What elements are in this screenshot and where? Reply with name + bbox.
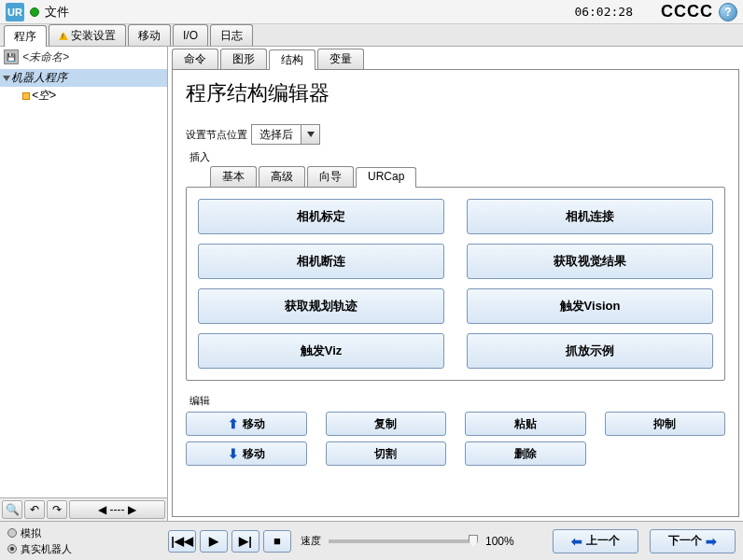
btn-camera-disconnect[interactable]: 相机断连 (198, 244, 444, 279)
radio-real-label: 真实机器人 (21, 542, 72, 556)
arrow-right-icon: ➡ (706, 534, 717, 549)
btn-play[interactable]: ▶ (200, 530, 228, 553)
chevron-down-icon (307, 132, 315, 137)
btn-suppress[interactable]: 抑制 (605, 412, 726, 436)
edit-button-panel: ⬆移动 复制 粘贴 抑制 ⬇移动 切割 删除 (186, 412, 725, 466)
editor-tab-bar: 命令 图形 结构 变量 (172, 49, 739, 69)
redo-button[interactable]: ↷ (47, 500, 67, 519)
btn-move-down[interactable]: ⬇移动 (186, 441, 307, 466)
status-text: CCCC (661, 2, 713, 21)
slider-right-icon: ▶ (128, 503, 136, 516)
insert-tab-urcap[interactable]: URCap (356, 167, 416, 188)
btn-step[interactable]: ▶| (231, 530, 259, 553)
btn-stop[interactable]: ■ (263, 530, 291, 553)
arrow-up-icon: ⬆ (228, 416, 239, 431)
program-tree[interactable]: 机器人程序 <空> (0, 67, 167, 497)
btn-move-down-label: 移动 (243, 446, 265, 462)
editor-body: 程序结构编辑器 设置节点位置 选择后 插入 基本 高级 向导 URCap 相机标… (172, 69, 739, 517)
work-area: 💾 <未命名> 机器人程序 <空> 🔍 ↶ ↷ ◀ ---- ▶ (0, 47, 743, 521)
btn-paste[interactable]: 粘贴 (465, 412, 586, 436)
playback-controls: |◀◀ ▶ ▶| ■ 速度 100% (168, 530, 553, 553)
btn-trigger-viz[interactable]: 触发Viz (198, 333, 444, 369)
status-dot-icon (30, 7, 39, 17)
speed-slider[interactable] (329, 539, 478, 543)
undo-button[interactable]: ↶ (24, 500, 45, 519)
radio-sim[interactable]: 模拟 (7, 526, 168, 540)
tree-empty-node[interactable]: <空> (0, 87, 167, 105)
btn-cut[interactable]: 切割 (326, 441, 447, 466)
warning-icon (59, 32, 68, 40)
tab-variable[interactable]: 变量 (317, 49, 364, 69)
node-position-row: 设置节点位置 选择后 (186, 124, 725, 145)
arrow-left-icon: ⬅ (571, 534, 582, 549)
tab-program[interactable]: 程序 (4, 25, 47, 47)
btn-camera-calibrate[interactable]: 相机标定 (198, 199, 444, 234)
btn-pick-place-example[interactable]: 抓放示例 (467, 333, 713, 369)
insert-tab-advanced[interactable]: 高级 (259, 166, 305, 187)
bottom-bar: 模拟 真实机器人 |◀◀ ▶ ▶| ■ 速度 100% ⬅上一个 下一个➡ (0, 521, 743, 560)
slider-left-icon: ◀ (98, 503, 106, 516)
slider-thumb-icon[interactable] (469, 535, 478, 548)
node-position-label: 设置节点位置 (186, 128, 247, 142)
expand-icon[interactable] (3, 76, 10, 81)
insert-label: 插入 (189, 150, 725, 164)
btn-move-up-label: 移动 (243, 416, 265, 432)
node-position-value: 选择后 (252, 125, 301, 144)
insert-tab-basic[interactable]: 基本 (210, 166, 257, 187)
document-title: <未命名> (22, 49, 69, 65)
insert-tab-wizard[interactable]: 向导 (307, 166, 354, 187)
tree-empty-label: <空> (32, 88, 56, 104)
tree-root-label: 机器人程序 (11, 70, 67, 86)
btn-next[interactable]: 下一个➡ (650, 529, 736, 553)
radio-icon (7, 528, 17, 538)
ur-logo: UR (6, 3, 24, 21)
tree-toolbar: 🔍 ↶ ↷ ◀ ---- ▶ (0, 497, 167, 521)
tab-log[interactable]: 日志 (210, 24, 253, 46)
title-bar: UR 文件 06:02:28 CCCC ? (0, 0, 743, 24)
edit-label: 编辑 (189, 394, 725, 408)
tab-structure[interactable]: 结构 (269, 49, 315, 70)
arrow-down-icon: ⬇ (228, 446, 239, 461)
tree-root-node[interactable]: 机器人程序 (0, 69, 167, 87)
tab-command[interactable]: 命令 (172, 49, 218, 69)
main-tab-bar: 程序 安装设置 移动 I/O 日志 (0, 24, 743, 47)
tab-installation-label: 安装设置 (71, 28, 116, 44)
tree-header: 💾 <未命名> (0, 47, 167, 67)
speed-value: 100% (485, 535, 514, 548)
sim-mode-group: 模拟 真实机器人 (7, 526, 168, 556)
search-button[interactable]: 🔍 (2, 500, 22, 519)
speed-label: 速度 (301, 534, 321, 548)
editor-panel: 命令 图形 结构 变量 程序结构编辑器 设置节点位置 选择后 插入 基本 高级 … (168, 47, 743, 521)
btn-next-label: 下一个 (668, 533, 702, 549)
tab-graphic[interactable]: 图形 (220, 49, 267, 69)
dropdown-button[interactable] (301, 125, 319, 144)
btn-prev[interactable]: ⬅上一个 (553, 529, 638, 553)
btn-get-plan-trajectory[interactable]: 获取规划轨迹 (198, 288, 444, 324)
tab-io[interactable]: I/O (173, 24, 208, 46)
btn-rewind[interactable]: |◀◀ (168, 530, 196, 553)
step-slider[interactable]: ◀ ---- ▶ (69, 500, 165, 519)
editor-title: 程序结构编辑器 (186, 79, 725, 107)
btn-get-vision-result[interactable]: 获取视觉结果 (467, 244, 713, 279)
slider-track: ---- (110, 503, 125, 516)
tab-installation[interactable]: 安装设置 (49, 24, 126, 46)
node-position-select[interactable]: 选择后 (251, 124, 320, 145)
radio-icon (7, 544, 17, 553)
insert-button-panel: 相机标定 相机连接 相机断连 获取视觉结果 获取规划轨迹 触发Vision 触发… (186, 187, 725, 381)
radio-real[interactable]: 真实机器人 (7, 542, 168, 556)
program-tree-panel: 💾 <未命名> 机器人程序 <空> 🔍 ↶ ↷ ◀ ---- ▶ (0, 47, 168, 521)
tab-move[interactable]: 移动 (128, 24, 171, 46)
file-menu[interactable]: 文件 (45, 4, 69, 21)
btn-camera-connect[interactable]: 相机连接 (467, 199, 713, 234)
btn-prev-label: 上一个 (586, 533, 620, 549)
clock: 06:02:28 (574, 5, 633, 19)
btn-move-up[interactable]: ⬆移动 (186, 412, 307, 436)
btn-trigger-vision[interactable]: 触发Vision (467, 288, 713, 324)
node-icon (22, 92, 30, 100)
insert-tab-bar: 基本 高级 向导 URCap (186, 166, 725, 187)
help-icon[interactable]: ? (719, 3, 737, 21)
radio-sim-label: 模拟 (21, 526, 41, 540)
save-icon[interactable]: 💾 (4, 49, 19, 64)
btn-copy[interactable]: 复制 (326, 412, 447, 436)
btn-delete[interactable]: 删除 (465, 441, 586, 466)
